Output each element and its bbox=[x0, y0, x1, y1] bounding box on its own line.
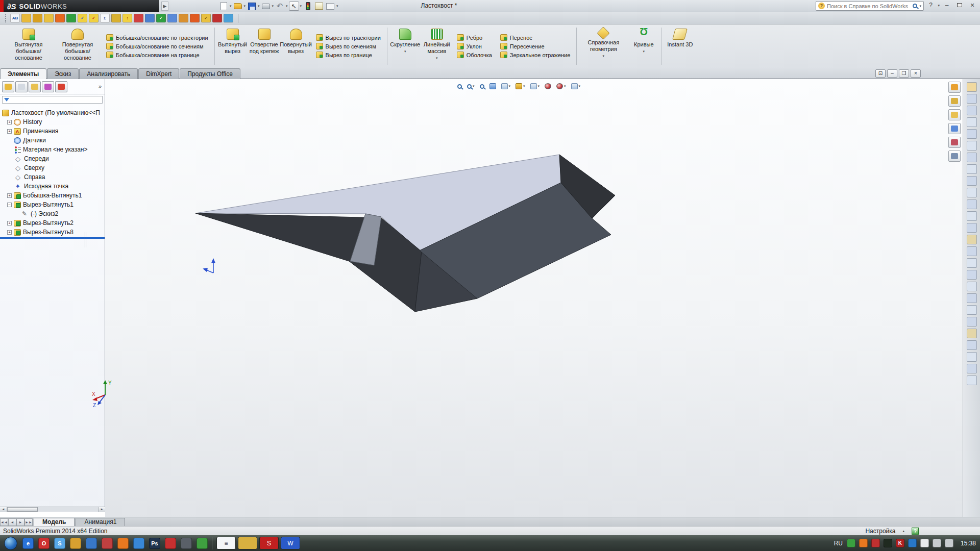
check-blue-icon[interactable]: ✓ bbox=[78, 14, 87, 22]
resources-tab-icon[interactable] bbox=[948, 82, 961, 93]
media-player-icon[interactable] bbox=[86, 538, 97, 549]
tree-item-history[interactable]: + History bbox=[0, 117, 105, 127]
tab-nav-first-button[interactable]: ◄◄ bbox=[0, 518, 8, 526]
select-tool-icon[interactable] bbox=[967, 82, 977, 92]
appearances-tab-icon[interactable] bbox=[948, 137, 961, 148]
graphics-area[interactable]: ▾ ▾ ▾ ▾ ▾ ▾ bbox=[105, 79, 963, 517]
new-dropdown[interactable]: ▾ bbox=[230, 4, 232, 8]
collapse-icon[interactable]: − bbox=[7, 203, 12, 207]
rebuild-traffic-icon[interactable] bbox=[66, 14, 76, 22]
configurationmanager-tab-icon[interactable] bbox=[29, 81, 41, 92]
measure-icon[interactable] bbox=[21, 14, 31, 22]
skype-icon[interactable]: S bbox=[54, 538, 65, 549]
arc-tool-icon[interactable] bbox=[967, 141, 977, 151]
section-view-icon[interactable] bbox=[489, 83, 496, 89]
repair-sketch-icon[interactable] bbox=[967, 246, 977, 256]
boundary-boss-button[interactable]: Бобышка/основание на границе bbox=[106, 52, 208, 58]
preview-render-icon[interactable] bbox=[179, 14, 188, 22]
curves-dropdown[interactable]: ▾ bbox=[643, 48, 645, 55]
explorer-window-button[interactable] bbox=[238, 537, 257, 549]
draft-button[interactable]: Уклон bbox=[457, 43, 492, 49]
tab-nav-next-button[interactable]: ► bbox=[16, 518, 24, 526]
hide-show-items-icon[interactable]: ▾ bbox=[530, 83, 540, 89]
save-icon[interactable] bbox=[247, 2, 257, 11]
swept-cut-button[interactable]: Вырез по траектории bbox=[316, 34, 381, 41]
close-button[interactable]: × bbox=[967, 1, 978, 10]
safari-icon[interactable] bbox=[133, 538, 144, 549]
tree-item-right-plane[interactable]: ◇ Справа bbox=[0, 172, 105, 182]
tree-item-boss-extrude1[interactable]: + Бобышка-Вытянуть1 bbox=[0, 191, 105, 200]
linear-pattern-dropdown[interactable]: ▾ bbox=[436, 55, 438, 61]
reference-geometry-dropdown[interactable]: ▾ bbox=[603, 53, 605, 59]
photoshop-icon[interactable]: Ps bbox=[149, 538, 160, 549]
display-delete-icon[interactable] bbox=[967, 235, 977, 244]
rollback-bar[interactable] bbox=[0, 237, 105, 239]
tab-office-products[interactable]: Продукты Office bbox=[180, 68, 240, 79]
circle-tool-icon[interactable] bbox=[967, 129, 977, 139]
view-orientation-icon[interactable]: ▾ bbox=[501, 83, 511, 89]
help-dropdown[interactable]: ▾ bbox=[938, 4, 940, 8]
dice-app-icon[interactable] bbox=[102, 538, 113, 549]
expand-icon[interactable]: + bbox=[7, 193, 12, 198]
customize-label[interactable]: Настройка bbox=[865, 528, 895, 535]
tree-item-part-root[interactable]: Ластохвост (По умолчанию<<П bbox=[0, 108, 105, 117]
plane-tool-icon[interactable] bbox=[967, 282, 977, 291]
solidworks-window-button[interactable]: S bbox=[259, 537, 279, 549]
instant3d-button[interactable]: Instant 3D bbox=[664, 24, 696, 68]
appearance-rings-icon[interactable] bbox=[190, 14, 200, 22]
tree-item-material[interactable]: Материал <не указан> bbox=[0, 145, 105, 154]
verify-icon[interactable]: ✓ bbox=[156, 14, 166, 22]
eset-tray-icon[interactable] bbox=[908, 539, 917, 547]
status-help-icon[interactable]: ? bbox=[912, 528, 919, 535]
mate-reference-icon[interactable] bbox=[967, 329, 977, 338]
previous-view-icon[interactable] bbox=[480, 84, 484, 89]
mirror-button[interactable]: Зеркальное отражение bbox=[500, 52, 571, 58]
linear-pattern-button[interactable]: Линейный массив ▾ bbox=[421, 24, 453, 68]
zoom-fit-icon[interactable] bbox=[457, 84, 462, 89]
scroll-left-button[interactable]: ◄ bbox=[0, 507, 7, 512]
tree-item-front-plane[interactable]: ◇ Спереди bbox=[0, 154, 105, 163]
curves-button[interactable]: Ʊ Кривые ▾ bbox=[628, 24, 659, 68]
doc-close-button[interactable]: × bbox=[911, 69, 921, 78]
expand-icon[interactable]: + bbox=[7, 120, 12, 124]
expand-icon[interactable]: + bbox=[7, 129, 12, 134]
extruded-cut-button[interactable]: Вытянутый вырез bbox=[217, 24, 249, 68]
minimize-button[interactable]: – bbox=[941, 1, 952, 10]
tree-item-cut-extrude1[interactable]: − Вырез-Вытянуть1 bbox=[0, 200, 105, 209]
performance-icon[interactable] bbox=[55, 14, 65, 22]
displaymanager-tab-icon[interactable] bbox=[55, 81, 67, 92]
tab-dimxpert[interactable]: DimXpert bbox=[138, 68, 179, 79]
tab-nav-prev-button[interactable]: ◄ bbox=[8, 518, 16, 526]
move-button[interactable]: Перенос bbox=[500, 34, 571, 41]
line-tool-icon[interactable] bbox=[967, 117, 977, 127]
help-search-box[interactable]: ? ▾ bbox=[816, 1, 924, 11]
tree-item-cut-extrude2[interactable]: + Вырез-Вытянуть2 bbox=[0, 218, 105, 228]
rapid-sketch-icon[interactable] bbox=[967, 270, 977, 280]
sketch-tool-icon[interactable] bbox=[967, 94, 977, 104]
hole-wizard-button[interactable]: Отверстие под крепеж bbox=[249, 24, 280, 68]
display-style-icon[interactable]: ▾ bbox=[516, 83, 525, 89]
model-3d-dovetail[interactable] bbox=[105, 79, 963, 517]
units-tool-icon[interactable] bbox=[967, 364, 977, 373]
doc-minimize-button[interactable]: – bbox=[887, 69, 897, 78]
tab-sketch[interactable]: Эскиз bbox=[47, 68, 79, 79]
revolved-cut-button[interactable]: Повернутый вырез bbox=[280, 24, 312, 68]
tree-filter-bar[interactable] bbox=[2, 96, 103, 104]
convert-entities-icon[interactable] bbox=[967, 188, 977, 197]
open-dropdown[interactable]: ▾ bbox=[244, 4, 246, 8]
fillet-dropdown[interactable]: ▾ bbox=[404, 48, 406, 55]
custom-properties-tab-icon[interactable] bbox=[948, 151, 961, 162]
restore-button[interactable] bbox=[954, 1, 965, 10]
red-app-icon[interactable] bbox=[165, 538, 176, 549]
menu-expand-arrow[interactable]: ▶ bbox=[161, 2, 168, 11]
spline-tool-icon[interactable] bbox=[967, 153, 977, 162]
chrome-icon[interactable] bbox=[70, 538, 81, 549]
select-cursor-icon[interactable]: ↖ bbox=[289, 2, 299, 11]
zoom-area-icon[interactable]: ▾ bbox=[467, 84, 475, 89]
open-document-icon[interactable] bbox=[233, 2, 243, 11]
design-library-tab-icon[interactable] bbox=[948, 95, 961, 107]
doc-cascade-button[interactable]: ⊡ bbox=[875, 69, 886, 78]
taskbar-clock[interactable]: 15:38 bbox=[958, 540, 976, 547]
notepad-window-button[interactable]: ≡ bbox=[216, 537, 236, 549]
scroll-right-button[interactable]: ► bbox=[98, 507, 105, 512]
